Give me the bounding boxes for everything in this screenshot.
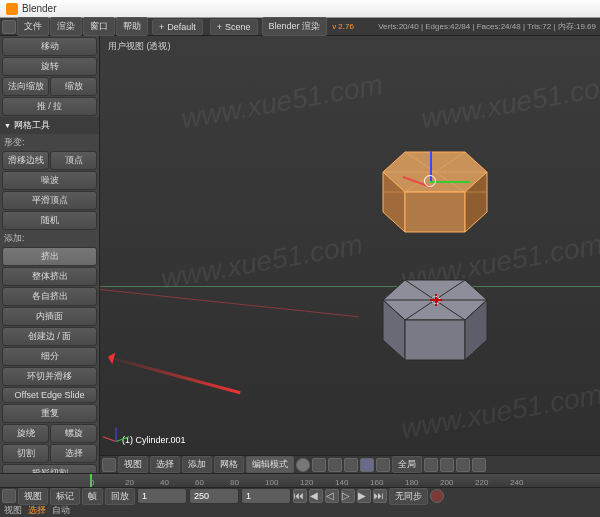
manipulator-icon[interactable]: [424, 458, 438, 472]
frame-range-bg: [0, 474, 90, 487]
mode-selector[interactable]: 编辑模式: [246, 456, 294, 473]
add-menu[interactable]: 添加: [182, 456, 212, 473]
end-frame-field[interactable]: 250: [189, 488, 239, 504]
tick: 0: [90, 478, 94, 487]
menu-help[interactable]: 帮助: [116, 17, 148, 36]
axis-indicator: [106, 417, 136, 447]
pushpull-button[interactable]: 推 / 拉: [2, 97, 97, 116]
shrink-button[interactable]: 法向缩放: [2, 77, 49, 96]
current-frame-field[interactable]: 1: [241, 488, 291, 504]
add-label: 添加:: [4, 232, 95, 245]
status-select: 选择: [28, 504, 46, 517]
layers-icon[interactable]: [472, 458, 486, 472]
pivot-icon[interactable]: [312, 458, 326, 472]
duplicate-button[interactable]: 重复: [2, 404, 97, 423]
extrude-individual-button[interactable]: 各自挤出: [2, 287, 97, 306]
play-reverse-icon[interactable]: ◁: [325, 489, 339, 503]
offset-edge-button[interactable]: Offset Edge Slide: [2, 387, 97, 403]
translate-button[interactable]: 移动: [2, 37, 97, 56]
play-icon[interactable]: ▷: [341, 489, 355, 503]
tl-view-menu[interactable]: 视图: [18, 488, 48, 505]
tick: 240: [510, 478, 523, 487]
tick: 20: [125, 478, 134, 487]
watermark: www.xue51.com: [179, 69, 385, 136]
extrude-region-button[interactable]: 整体挤出: [2, 267, 97, 286]
menu-file[interactable]: 文件: [17, 17, 49, 36]
timeline-track[interactable]: 0 20 40 60 80 100 120 140 160 180 200 22…: [0, 474, 600, 488]
tl-marker-menu[interactable]: 标记: [50, 488, 80, 505]
loopcut-button[interactable]: 环切并滑移: [2, 367, 97, 386]
sel-vertex-icon[interactable]: [328, 458, 342, 472]
subdivide-button[interactable]: 细分: [2, 347, 97, 366]
tick: 140: [335, 478, 348, 487]
scene-selector[interactable]: + Scene: [210, 19, 258, 35]
layout-selector[interactable]: + Default: [152, 19, 203, 35]
shading-solid-icon[interactable]: [296, 458, 310, 472]
y-axis-line: [100, 286, 600, 287]
view-menu[interactable]: 视图: [118, 456, 148, 473]
tick: 120: [300, 478, 313, 487]
sel-edge-icon[interactable]: [344, 458, 358, 472]
axis-z-icon: [116, 428, 117, 442]
slide-edge-button[interactable]: 滑移边线: [2, 151, 49, 170]
select-menu[interactable]: 选择: [150, 456, 180, 473]
tl-frame-menu[interactable]: 帧: [82, 488, 103, 505]
svg-marker-19: [405, 320, 465, 360]
spin-button[interactable]: 旋绕: [2, 424, 49, 443]
vertex-button[interactable]: 顶点: [50, 151, 97, 170]
selected-cylinder[interactable]: [375, 146, 495, 246]
sel-face-icon[interactable]: [360, 458, 374, 472]
proportional-icon[interactable]: [456, 458, 470, 472]
smooth-vertex-button[interactable]: 平滑顶点: [2, 191, 97, 210]
original-cylinder[interactable]: [375, 274, 495, 374]
timeline-header: 视图 标记 帧 回放 1 250 1 ⏮ ◀ ◁ ▷ ▶ ⏭ 无同步: [0, 488, 600, 504]
tick: 60: [195, 478, 204, 487]
knife-button[interactable]: 切割: [2, 444, 49, 463]
limit-sel-icon[interactable]: [376, 458, 390, 472]
extrude-button[interactable]: 挤出: [2, 247, 97, 266]
info-editor-icon[interactable]: [2, 20, 16, 34]
rotate-button[interactable]: 旋转: [2, 57, 97, 76]
screw-button[interactable]: 螺旋: [50, 424, 97, 443]
gizmo-y-axis[interactable]: [430, 181, 470, 183]
deform-label: 形变:: [4, 136, 95, 149]
snap-icon[interactable]: [440, 458, 454, 472]
knife-project-button[interactable]: 投影切割: [2, 464, 97, 473]
meshtools-header[interactable]: 网格工具: [0, 117, 99, 134]
timeline-editor-icon[interactable]: [2, 489, 16, 503]
sync-mode[interactable]: 无同步: [389, 488, 428, 505]
orientation-selector[interactable]: 全局: [392, 456, 422, 473]
tick: 80: [230, 478, 239, 487]
rewind-icon[interactable]: ⏮: [293, 489, 307, 503]
viewport-label: 用户视图 (透视): [108, 40, 171, 53]
start-frame-field[interactable]: 1: [137, 488, 187, 504]
tick: 40: [160, 478, 169, 487]
make-edge-button[interactable]: 创建边 / 面: [2, 327, 97, 346]
noise-button[interactable]: 噪波: [2, 171, 97, 190]
window-titlebar: Blender: [0, 0, 600, 18]
knife-select-button[interactable]: 选择: [50, 444, 97, 463]
mesh-menu[interactable]: 网格: [214, 456, 244, 473]
editor-type-icon[interactable]: [102, 458, 116, 472]
tick: 160: [370, 478, 383, 487]
tl-playback-menu[interactable]: 回放: [105, 488, 135, 505]
inset-button[interactable]: 内插面: [2, 307, 97, 326]
window-title: Blender: [22, 3, 56, 14]
3d-viewport[interactable]: 用户视图 (透视) www.xue51.com www.xue51.com ww…: [100, 36, 600, 473]
render-engine-selector[interactable]: Blender 渲染: [262, 17, 328, 36]
blender-logo-icon: [6, 3, 18, 15]
random-button[interactable]: 随机: [2, 211, 97, 230]
axis-x-icon: [103, 436, 116, 442]
forward-end-icon[interactable]: ⏭: [373, 489, 387, 503]
prev-key-icon[interactable]: ◀: [309, 489, 323, 503]
plus-icon: +: [159, 22, 164, 32]
tick: 200: [440, 478, 453, 487]
menu-render[interactable]: 渲染: [50, 17, 82, 36]
next-key-icon[interactable]: ▶: [357, 489, 371, 503]
scale-button[interactable]: 缩放: [50, 77, 97, 96]
autokey-record-icon[interactable]: [430, 489, 444, 503]
top-menubar: 文件 渲染 窗口 帮助 + Default + Scene Blender 渲染…: [0, 18, 600, 36]
menu-window[interactable]: 窗口: [83, 17, 115, 36]
gizmo-center-icon: [424, 175, 436, 187]
watermark: www.xue51.com: [419, 69, 600, 136]
